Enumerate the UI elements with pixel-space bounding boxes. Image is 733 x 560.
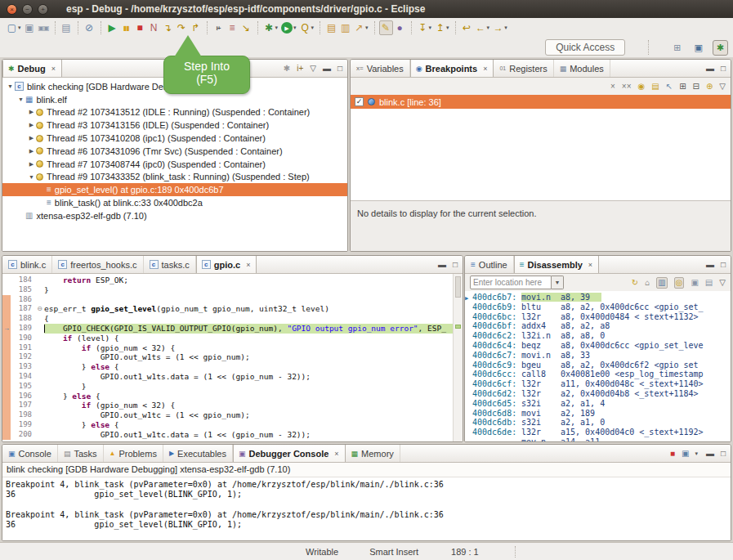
disassembly-body[interactable]: ▶400dc6b7:movi.na8, 39400dc6b9:bltua8, a… xyxy=(465,291,731,441)
resume-icon[interactable]: ▶ xyxy=(105,21,119,34)
window-close-button[interactable]: × xyxy=(7,4,17,15)
step-return-icon[interactable]: ↱ xyxy=(189,21,203,34)
code-text[interactable]: GPIO.out1_w1ts.data = (1 << (gpio_num - … xyxy=(44,372,463,382)
view-menu-icon[interactable]: ▽ xyxy=(719,279,726,287)
fold-marker-icon[interactable]: ⊖ xyxy=(35,304,44,314)
code-line[interactable]: →189 GPIO_CHECK(GPIO_IS_VALID_OUTPUT_GPI… xyxy=(2,324,463,334)
code-line[interactable]: 188{ xyxy=(2,314,463,324)
code-text[interactable]: } else { xyxy=(44,420,463,430)
disassembly-row[interactable]: 400dc6cf:l32ra11, 0x400d048c <_stext+114… xyxy=(465,379,731,389)
code-line[interactable]: 184 return ESP_OK; xyxy=(2,276,463,285)
code-line[interactable]: 190 if (level) { xyxy=(2,334,463,343)
maximize-icon[interactable]: □ xyxy=(721,65,726,73)
console-output[interactable]: Breakpoint 4, blink_task (pvParameter=0x… xyxy=(2,477,731,540)
window-minimize-button[interactable]: − xyxy=(22,4,33,15)
tree-expander-icon[interactable]: ▶ xyxy=(27,148,36,155)
disassembly-row[interactable]: 400dc6c4:beqza8, 0x400dc6cc <gpio_set_le… xyxy=(465,341,731,351)
disassembly-row[interactable]: 400dc6cc:call80x40081e00 <esp_log_timest… xyxy=(465,370,731,379)
remove-all-breakpoints-icon[interactable]: ×× xyxy=(622,83,632,91)
code-line[interactable]: 187⊖esp_err_t gpio_set_level(gpio_num_t … xyxy=(2,304,463,314)
location-input[interactable]: Enter location here xyxy=(470,276,552,289)
tab-freertos-hooks-c[interactable]: cfreertos_hooks.c xyxy=(52,256,143,273)
save-binary-icon[interactable]: ▤ xyxy=(60,21,74,34)
tree-expander-icon[interactable]: ▼ xyxy=(6,83,15,89)
maximize-icon[interactable]: □ xyxy=(721,450,726,458)
breakpoint-grouping-icon[interactable]: ⊕ xyxy=(706,83,713,91)
debug-tree-row[interactable]: ▼▦blink.elf xyxy=(2,93,347,106)
disconnect-icon[interactable]: N xyxy=(147,21,161,34)
tab-outline[interactable]: ≡Outline xyxy=(465,256,514,273)
maximize-icon[interactable]: □ xyxy=(453,261,458,269)
copy-icon[interactable]: ▣ xyxy=(691,279,698,287)
tree-expander-icon[interactable]: ▶ xyxy=(27,122,36,128)
thread-row[interactable]: ▶Thread #5 1073410208 (ipc1) (Suspended … xyxy=(2,132,347,145)
code-text[interactable]: if (level) { xyxy=(44,334,463,343)
tab-close-icon[interactable]: × xyxy=(483,65,487,73)
profile-icon[interactable]: Q xyxy=(298,21,312,34)
tree-expander-icon[interactable]: ▶ xyxy=(27,109,36,115)
code-text[interactable]: GPIO_CHECK(GPIO_IS_VALID_OUTPUT_GPIO(gpi… xyxy=(44,324,463,334)
save-icon[interactable]: ▣ xyxy=(23,21,37,34)
disassembly-row[interactable]: 400dc6c7:movi.na8, 33 xyxy=(465,351,731,361)
tab-gpio-c[interactable]: cgpio.c× xyxy=(196,256,257,273)
breakpoint-checkbox[interactable]: ✓ xyxy=(355,97,364,106)
instruction-stepping-icon[interactable]: i+ xyxy=(212,24,226,33)
use-step-filters-icon[interactable]: ≡ xyxy=(226,21,239,34)
debug-icon[interactable]: ✱ xyxy=(262,21,276,34)
overview-ruler[interactable] xyxy=(453,274,463,441)
location-dropdown-icon[interactable]: ▼ xyxy=(552,276,564,289)
breakpoint-row[interactable]: ✓blink.c [line: 36] xyxy=(351,95,731,109)
profile-dropdown-icon[interactable]: ▾ xyxy=(311,25,315,31)
code-text[interactable]: } else { xyxy=(44,362,463,372)
run-icon[interactable]: ▶ xyxy=(281,22,293,34)
remove-all-terminated-icon[interactable]: ✱ xyxy=(284,65,290,73)
tab-variables[interactable]: x=Variables xyxy=(351,60,410,77)
view-menu-icon[interactable]: ▽ xyxy=(310,65,316,73)
open-type-icon[interactable]: ▤ xyxy=(324,21,338,34)
disassembly-row[interactable]: mov.na14, a11 xyxy=(465,437,731,441)
code-text[interactable]: GPIO.out_w1ts = (1 << gpio_num); xyxy=(44,352,463,362)
step-over-icon[interactable]: ↷ xyxy=(175,21,189,34)
step-into-icon[interactable]: ↴ xyxy=(161,21,175,34)
show-source-icon[interactable]: ▥ xyxy=(656,277,667,289)
mark-occurrences-icon[interactable]: ✎ xyxy=(379,20,393,35)
tab-close-icon[interactable]: × xyxy=(246,261,250,269)
terminate-icon[interactable]: ■ xyxy=(133,21,147,34)
external-tools-icon[interactable]: ↗ xyxy=(352,21,366,34)
code-line[interactable]: 192 GPIO.out_w1ts = (1 << gpio_num); xyxy=(2,352,463,362)
overview-thumb[interactable] xyxy=(455,276,461,298)
code-text[interactable]: } else { xyxy=(44,392,463,401)
debug-tree-row[interactable]: ▥xtensa-esp32-elf-gdb (7.10) xyxy=(2,209,347,222)
disassembly-row[interactable]: 400dc6db:s32ia2, a1, 0 xyxy=(465,418,731,428)
paste-icon[interactable]: ▤ xyxy=(705,279,713,287)
sync-with-active-debug-context-icon[interactable]: ◎ xyxy=(674,277,685,289)
disassembly-row[interactable]: 400dc6d5:s32ia2, a1, 4 xyxy=(465,399,731,409)
tab-memory[interactable]: ▦Memory xyxy=(346,445,400,462)
tab-debug[interactable]: ✱Debug× xyxy=(2,60,62,77)
tab-registers[interactable]: 01Registers xyxy=(494,60,553,77)
tab-close-icon[interactable]: × xyxy=(588,261,592,269)
minimize-icon[interactable]: ▬ xyxy=(706,450,714,458)
disassembly-row[interactable]: 400dc6d2:l32ra2, 0x400d04b8 <_stext+1184… xyxy=(465,389,731,399)
tree-expander-icon[interactable]: ▶ xyxy=(27,161,36,168)
window-maximize-button[interactable]: + xyxy=(38,4,48,15)
home-icon[interactable]: ⌂ xyxy=(645,279,650,287)
code-line[interactable]: 185} xyxy=(2,285,463,295)
code-text[interactable]: return ESP_OK; xyxy=(44,276,463,285)
thread-row[interactable]: ▼Thread #9 1073433352 (blink_task : Runn… xyxy=(2,171,347,184)
display-selected-console-dropdown-icon[interactable]: ▾ xyxy=(695,450,698,457)
code-text[interactable]: esp_err_t gpio_set_level(gpio_num_t gpio… xyxy=(44,304,463,314)
new-wizard-dropdown-icon[interactable]: ▾ xyxy=(18,25,21,31)
tab-tasks-c[interactable]: ctasks.c xyxy=(144,256,196,273)
tab-debugger-console[interactable]: ▣Debugger Console× xyxy=(233,445,346,462)
open-resource-icon[interactable]: ▥ xyxy=(338,21,352,34)
maximize-icon[interactable]: □ xyxy=(721,261,726,269)
disassembly-row[interactable]: 400dc6bc:l32ra8, 0x400d0484 <_stext+1132… xyxy=(465,312,731,322)
code-text[interactable] xyxy=(44,295,463,305)
next-annotation-dropdown-icon[interactable]: ▾ xyxy=(429,25,432,31)
code-text[interactable]: GPIO.out_w1tc = (1 << gpio_num); xyxy=(44,410,463,420)
thread-row[interactable]: ▶Thread #3 1073413156 (IDLE) (Suspended … xyxy=(2,119,347,132)
tab-console[interactable]: ▣Console xyxy=(2,445,58,462)
quick-access-input[interactable]: Quick Access xyxy=(545,39,625,56)
skip-all-breakpoints-icon[interactable]: ⊘ xyxy=(83,21,96,34)
